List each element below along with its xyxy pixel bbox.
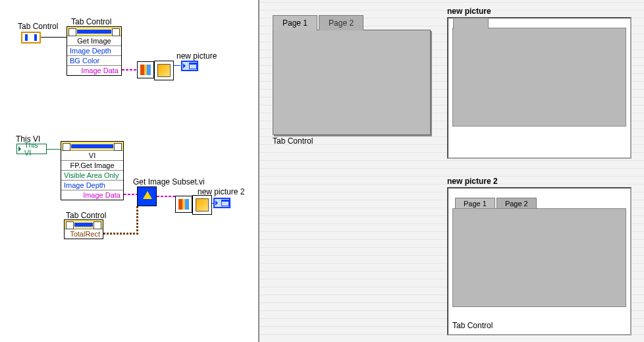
wire-picture-2 [212,203,215,204]
output-image-data-2: Image Data [61,190,123,200]
tab-control-caption: Tab Control [273,136,431,146]
param-image-depth: Image Depth [67,46,121,56]
captured-tab-image [452,28,626,127]
this-vi-reference[interactable]: This VI [16,144,47,154]
wire-subset-out [157,196,175,197]
new-picture-caption: new picture [447,7,631,16]
invoke-node-title-top: Tab Control [71,17,111,26]
new-picture-label: new picture [176,51,217,61]
wire-image-data-2 [124,194,137,195]
wire-rect-h [103,233,138,235]
new-picture-indicator[interactable] [181,61,198,71]
draw-pixmap-subvi-icon[interactable] [154,61,174,80]
param-visible-area: Visible Area Only [61,171,123,181]
captured-tab-image-2 [452,208,626,307]
get-image-subset-subvi[interactable] [137,186,157,206]
output-image-data: Image Data [67,66,121,75]
front-panel: Page 1 Page 2 Tab Control new picture ne… [258,0,644,342]
captured-tab-page-2: Page 2 [496,198,537,209]
tab-control-prop-label: Tab Control [66,211,106,220]
vi-class: VI [61,151,123,161]
new-picture-2-indicator[interactable] [213,198,230,208]
new-picture-2-label: new picture 2 [198,187,244,196]
block-diagram: Tab Control Tab Control Get Image Image … [0,0,258,342]
tab-page-2[interactable]: Page 2 [319,15,363,30]
draw-pixmap-subvi-icon-2[interactable] [192,195,212,215]
param-image-depth-2: Image Depth [61,181,123,190]
new-picture-2-caption: new picture 2 [447,177,631,186]
captured-tab-page-1: Page 1 [455,198,495,209]
prop-total-rect: TotalRect [65,229,103,239]
param-bg-color: BG Color [67,56,121,66]
captured-tab-caption: Tab Control [452,321,493,330]
invoke-node-get-image[interactable]: Get Image Image Depth BG Color Image Dat… [67,26,122,76]
wire-vi-ref [47,149,61,150]
new-picture-frame: new picture [447,7,631,159]
tab-page-area [273,30,431,135]
property-node-total-rect[interactable]: TotalRect [64,219,103,239]
draw-flattened-pixmap-icon[interactable] [137,61,154,78]
get-image-subset-label: Get Image Subset.vi [133,177,205,186]
tab-control-terminal[interactable] [21,32,41,43]
draw-flattened-pixmap-icon-2[interactable] [175,196,192,213]
tab-control[interactable]: Page 1 Page 2 Tab Control [273,14,431,146]
wire-picture [174,65,180,66]
method-fp-get-image: FP.Get Image [61,161,123,171]
method-get-image: Get Image [67,36,121,46]
wire-image-data [122,69,138,71]
wire-rect-v [136,206,138,235]
new-picture-display[interactable] [447,17,631,159]
tab-page-1[interactable]: Page 1 [273,15,317,30]
wire [41,37,67,38]
tab-control-terminal-label: Tab Control [18,22,58,31]
new-picture-2-display[interactable]: Page 1 Page 2 Tab Control [447,187,631,335]
new-picture-2-frame: new picture 2 Page 1 Page 2 Tab Control [447,177,631,335]
invoke-node-fp-get-image[interactable]: VI FP.Get Image Visible Area Only Image … [61,141,124,200]
